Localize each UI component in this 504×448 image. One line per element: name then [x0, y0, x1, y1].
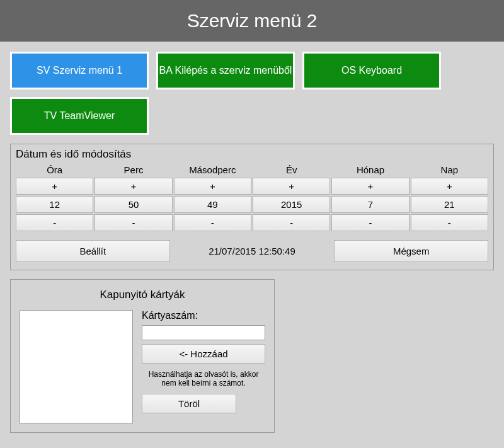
cards-listbox[interactable] [20, 310, 133, 423]
cancel-datetime-button[interactable]: Mégsem [334, 240, 488, 262]
page-title: Szerviz menü 2 [0, 0, 504, 42]
card-number-label: Kártyaszám: [142, 310, 265, 321]
month-value: 7 [331, 196, 409, 213]
minute-value: 50 [94, 196, 172, 213]
day-header: Nap [411, 163, 488, 176]
month-minus-button[interactable]: - [331, 214, 409, 231]
top-button-row: SV Szerviz menü 1 BA Kilépés a szerviz m… [10, 52, 494, 135]
hour-minus-button[interactable]: - [16, 214, 93, 231]
teamviewer-button[interactable]: TV TeamViewer [10, 97, 149, 135]
year-header: Év [253, 163, 330, 176]
hour-value: 12 [16, 196, 93, 213]
delete-card-button[interactable]: Töröl [142, 394, 236, 413]
exit-service-menu-button[interactable]: BA Kilépés a szerviz menüből [156, 52, 295, 89]
datetime-grid: Óra Perc Másodperc Év Hónap Nap + + + + … [16, 163, 488, 231]
hour-header: Óra [16, 163, 93, 176]
cards-panel-title: Kapunyitó kártyák [20, 289, 265, 301]
datetime-timestamp: 21/07/2015 12:50:49 [175, 246, 329, 256]
datetime-panel: Dátum és idő módosítás Óra Perc Másodper… [10, 144, 494, 270]
hour-plus-button[interactable]: + [16, 178, 93, 195]
card-number-input[interactable] [142, 325, 265, 340]
month-header: Hónap [331, 163, 409, 176]
set-datetime-button[interactable]: Beállít [16, 240, 170, 262]
minute-header: Perc [94, 163, 172, 176]
os-keyboard-button[interactable]: OS Keyboard [302, 52, 441, 89]
add-card-button[interactable]: <- Hozzáad [142, 344, 265, 364]
cards-panel: Kapunyitó kártyák Kártyaszám: <- Hozzáad… [10, 279, 275, 433]
cards-right-column: Kártyaszám: <- Hozzáad Használhatja az o… [142, 310, 265, 423]
minute-plus-button[interactable]: + [94, 178, 172, 195]
minute-minus-button[interactable]: - [94, 214, 172, 231]
service-menu-1-button[interactable]: SV Szerviz menü 1 [10, 52, 149, 89]
day-value: 21 [411, 196, 488, 213]
second-header: Másodperc [174, 163, 251, 176]
second-value: 49 [174, 196, 251, 213]
year-value: 2015 [253, 196, 330, 213]
day-minus-button[interactable]: - [411, 214, 488, 231]
datetime-bottom-row: Beállít 21/07/2015 12:50:49 Mégsem [16, 240, 488, 262]
content-area: SV Szerviz menü 1 BA Kilépés a szerviz m… [0, 42, 504, 443]
year-minus-button[interactable]: - [253, 214, 330, 231]
cards-hint-text: Használhatja az olvasót is, akkor nem ke… [142, 367, 265, 390]
month-plus-button[interactable]: + [331, 178, 409, 195]
second-minus-button[interactable]: - [174, 214, 251, 231]
day-plus-button[interactable]: + [411, 178, 488, 195]
cards-body: Kártyaszám: <- Hozzáad Használhatja az o… [20, 310, 265, 423]
second-plus-button[interactable]: + [174, 178, 251, 195]
datetime-panel-title: Dátum és idő módosítás [16, 148, 488, 161]
year-plus-button[interactable]: + [253, 178, 330, 195]
